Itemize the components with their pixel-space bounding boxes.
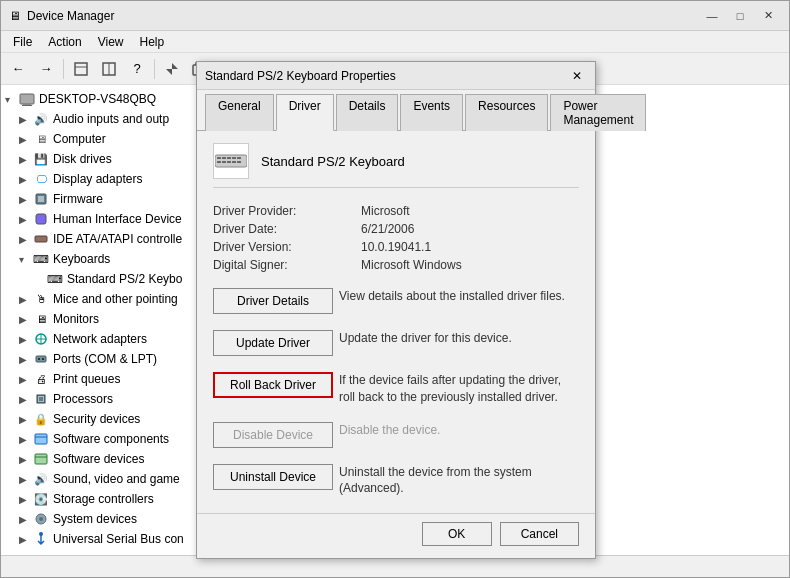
tree-item-disk[interactable]: ▶ 💾 Disk drives: [1, 149, 200, 169]
forward-button[interactable]: →: [33, 57, 59, 81]
tree-item-computer[interactable]: ▶ 🖥 Computer: [1, 129, 200, 149]
tab-resources[interactable]: Resources: [465, 94, 548, 131]
app-title: Device Manager: [27, 9, 114, 23]
tab-driver[interactable]: Driver: [276, 94, 334, 131]
sound-label: Sound, video and game: [53, 472, 180, 486]
print-expand: ▶: [19, 374, 33, 385]
system-expand: ▶: [19, 514, 33, 525]
tree-item-audio[interactable]: ▶ 🔊 Audio inputs and outp: [1, 109, 200, 129]
softdev-expand: ▶: [19, 454, 33, 465]
menu-view[interactable]: View: [90, 33, 132, 51]
driver-details-desc: View details about the installed driver …: [339, 288, 579, 305]
display-icon: 🖵: [33, 171, 49, 187]
svg-point-28: [39, 517, 43, 521]
tree-item-usb[interactable]: ▶ Universal Serial Bus con: [1, 529, 200, 549]
version-label: Driver Version:: [213, 240, 353, 254]
tree-item-stdkb[interactable]: ⌨ Standard PS/2 Keybo: [1, 269, 200, 289]
print-icon: 🖨: [33, 371, 49, 387]
maximize-button[interactable]: □: [727, 6, 753, 26]
driver-details-row: Driver Details View details about the in…: [213, 288, 579, 314]
tab-power[interactable]: Power Management: [550, 94, 646, 131]
tree-item-software[interactable]: ▶ Software components: [1, 429, 200, 449]
keyboards-expand: ▾: [19, 254, 33, 265]
storage-icon: 💽: [33, 491, 49, 507]
root-expand-icon: ▾: [5, 94, 19, 105]
uninstall-device-button[interactable]: Uninstall Device: [213, 464, 333, 490]
toolbar-btn-1[interactable]: [68, 57, 94, 81]
software-label: Software components: [53, 432, 169, 446]
device-icon: [213, 143, 249, 179]
root-icon: [19, 91, 35, 107]
tree-item-hid[interactable]: ▶ Human Interface Device: [1, 209, 200, 229]
svg-rect-31: [217, 157, 221, 159]
dialog-footer: OK Cancel: [197, 513, 595, 558]
minimize-button[interactable]: —: [699, 6, 725, 26]
back-button[interactable]: ←: [5, 57, 31, 81]
dialog-close-button[interactable]: ✕: [567, 67, 587, 85]
menu-action[interactable]: Action: [40, 33, 89, 51]
processors-icon: [33, 391, 49, 407]
svg-rect-39: [232, 161, 236, 163]
titlebar-left: 🖥 Device Manager: [9, 9, 114, 23]
tree-item-print[interactable]: ▶ 🖨 Print queues: [1, 369, 200, 389]
ok-button[interactable]: OK: [422, 522, 492, 546]
update-driver-row: Update Driver Update the driver for this…: [213, 330, 579, 356]
tree-item-monitors[interactable]: ▶ 🖥 Monitors: [1, 309, 200, 329]
toolbar-separator-2: [154, 59, 155, 79]
tree-item-mice[interactable]: ▶ 🖱 Mice and other pointing: [1, 289, 200, 309]
ide-icon: [33, 231, 49, 247]
disk-expand: ▶: [19, 154, 33, 165]
date-value: 6/21/2006: [361, 222, 579, 236]
monitors-expand: ▶: [19, 314, 33, 325]
mice-label: Mice and other pointing: [53, 292, 178, 306]
tab-general[interactable]: General: [205, 94, 274, 131]
dialog-content: Standard PS/2 Keyboard Driver Provider: …: [197, 131, 595, 513]
tree-item-network[interactable]: ▶ Network adapters: [1, 329, 200, 349]
device-header: Standard PS/2 Keyboard: [213, 143, 579, 188]
svg-rect-25: [35, 454, 47, 464]
tree-item-security[interactable]: ▶ 🔒 Security devices: [1, 409, 200, 429]
tree-item-processors[interactable]: ▶ Processors: [1, 389, 200, 409]
softdev-icon: [33, 451, 49, 467]
device-name: Standard PS/2 Keyboard: [261, 154, 405, 169]
close-button[interactable]: ✕: [755, 6, 781, 26]
tree-item-ide[interactable]: ▶ IDE ATA/ATAPI controlle: [1, 229, 200, 249]
network-label: Network adapters: [53, 332, 147, 346]
root-label: DESKTOP-VS48QBQ: [39, 92, 156, 106]
cancel-button[interactable]: Cancel: [500, 522, 579, 546]
update-driver-desc: Update the driver for this device.: [339, 330, 579, 347]
dialog-titlebar: Standard PS/2 Keyboard Properties ✕: [197, 62, 595, 90]
menubar: File Action View Help: [1, 31, 789, 53]
menu-help[interactable]: Help: [132, 33, 173, 51]
software-icon: [33, 431, 49, 447]
tree-item-storage[interactable]: ▶ 💽 Storage controllers: [1, 489, 200, 509]
menu-file[interactable]: File: [5, 33, 40, 51]
monitors-icon: 🖥: [33, 311, 49, 327]
tree-item-display[interactable]: ▶ 🖵 Display adapters: [1, 169, 200, 189]
svg-rect-12: [36, 214, 46, 224]
tree-item-ports[interactable]: ▶ Ports (COM & LPT): [1, 349, 200, 369]
update-driver-button[interactable]: Update Driver: [213, 330, 333, 356]
svg-rect-35: [237, 157, 241, 159]
disable-device-row: Disable Device Disable the device.: [213, 422, 579, 448]
rollback-driver-button[interactable]: Roll Back Driver: [213, 372, 333, 398]
security-icon: 🔒: [33, 411, 49, 427]
tree-item-firmware[interactable]: ▶ Firmware: [1, 189, 200, 209]
tree-item-softdev[interactable]: ▶ Software devices: [1, 449, 200, 469]
toolbar-btn-3[interactable]: [159, 57, 185, 81]
tab-details[interactable]: Details: [336, 94, 399, 131]
disable-device-desc: Disable the device.: [339, 422, 579, 439]
software-expand: ▶: [19, 434, 33, 445]
disable-device-button[interactable]: Disable Device: [213, 422, 333, 448]
disk-label: Disk drives: [53, 152, 112, 166]
audio-expand: ▶: [19, 114, 33, 125]
driver-details-button[interactable]: Driver Details: [213, 288, 333, 314]
toolbar-btn-help[interactable]: ?: [124, 57, 150, 81]
tree-item-system[interactable]: ▶ System devices: [1, 509, 200, 529]
tree-root[interactable]: ▾ DESKTOP-VS48QBQ: [1, 89, 200, 109]
tree-item-keyboards[interactable]: ▾ ⌨ Keyboards: [1, 249, 200, 269]
device-tree[interactable]: ▾ DESKTOP-VS48QBQ ▶ 🔊 Audio inputs and o…: [1, 85, 201, 555]
tab-events[interactable]: Events: [400, 94, 463, 131]
tree-item-sound[interactable]: ▶ 🔊 Sound, video and game: [1, 469, 200, 489]
toolbar-btn-2[interactable]: [96, 57, 122, 81]
